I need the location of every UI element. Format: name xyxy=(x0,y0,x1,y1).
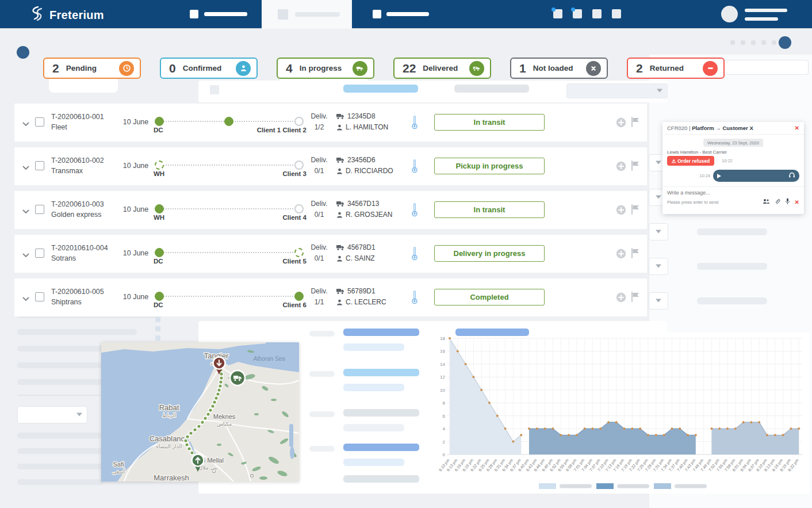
flag-icon[interactable] xyxy=(631,292,640,304)
user-menu-line-1[interactable] xyxy=(745,9,787,12)
top-navbar: Freterium xyxy=(0,0,812,29)
nav-item-3-icon[interactable] xyxy=(373,10,381,18)
thermometer-icon[interactable] xyxy=(411,203,418,219)
play-icon[interactable] xyxy=(717,174,721,178)
left-placeholder-line xyxy=(17,362,115,368)
badge-delivered[interactable]: 22Delivered xyxy=(393,58,491,79)
status-button[interactable]: Pickup in progress xyxy=(434,158,545,174)
timeline-origin-node xyxy=(155,248,164,257)
toolbar-icon[interactable] xyxy=(210,85,219,94)
chevron-down-icon xyxy=(657,89,662,93)
badge-returned[interactable]: 2Returned xyxy=(627,58,725,79)
mini-square[interactable] xyxy=(730,40,735,45)
badge-count: 4 xyxy=(286,62,293,75)
truck-icon xyxy=(336,113,344,120)
chevron-down-icon[interactable] xyxy=(22,162,29,169)
thermometer-icon[interactable] xyxy=(411,291,418,307)
right-mini-dropdown[interactable] xyxy=(649,258,668,275)
plus-circle-icon[interactable] xyxy=(616,205,626,217)
mini-square[interactable] xyxy=(772,40,776,45)
mic-icon[interactable] xyxy=(785,198,790,206)
deliv-label: Deliv. xyxy=(305,286,333,297)
plus-circle-icon[interactable] xyxy=(616,117,626,130)
right-indicator-dot xyxy=(779,36,791,49)
status-button[interactable]: Completed xyxy=(434,289,545,305)
vehicle-id: 23456D6 xyxy=(347,155,376,166)
nav-toolbar-icon-3[interactable] xyxy=(592,9,602,18)
thermometer-icon[interactable] xyxy=(411,116,418,132)
nav-tab-active[interactable] xyxy=(262,0,352,29)
row-checkbox[interactable] xyxy=(35,292,44,301)
chevron-down-icon[interactable] xyxy=(22,119,29,125)
chat-popup: CFR020 | Platform → Customer X ✕ Wednesd… xyxy=(662,122,804,214)
message-input[interactable] xyxy=(667,190,799,196)
badge-not-loaded[interactable]: 1Not loaded xyxy=(510,58,608,79)
chevron-down-icon[interactable] xyxy=(22,250,29,257)
plus-circle-icon[interactable] xyxy=(616,292,626,305)
deliv-value: 0/1 xyxy=(305,253,333,264)
status-button[interactable]: In transit xyxy=(434,201,545,218)
right-mini-dropdown[interactable] xyxy=(649,292,668,310)
nav-item-1-icon[interactable] xyxy=(190,10,198,18)
paperclip-icon[interactable] xyxy=(775,198,780,206)
nav-toolbar-icon-4[interactable] xyxy=(612,9,621,18)
chat-separator: | xyxy=(689,125,690,131)
row-checkbox[interactable] xyxy=(35,249,44,258)
table-toolbar xyxy=(198,81,667,102)
timeline-destination-node xyxy=(294,292,304,301)
right-placeholder-line xyxy=(697,263,767,270)
brand-logo[interactable]: Freterium xyxy=(30,6,104,24)
badge-pending[interactable]: 2Pending xyxy=(43,58,141,79)
mini-square[interactable] xyxy=(751,40,756,45)
close-icon[interactable]: ✕ xyxy=(795,125,799,131)
route-timeline: DC Client 1 Client 2 xyxy=(152,104,307,142)
chevron-down-icon[interactable] xyxy=(22,293,29,300)
user-menu-line-2[interactable] xyxy=(745,17,778,21)
timeline-destination-node xyxy=(294,161,304,170)
cancel-icon[interactable]: ✕ xyxy=(795,199,799,205)
badge-count: 2 xyxy=(636,62,643,75)
row-checkbox[interactable] xyxy=(35,161,44,170)
left-dropdown[interactable] xyxy=(17,406,87,423)
mini-square[interactable] xyxy=(741,40,745,45)
chevron-down-icon[interactable] xyxy=(22,206,29,213)
vehicle-id: 12345D8 xyxy=(347,111,376,122)
badge-confirmed[interactable]: 0Confirmed xyxy=(160,58,258,79)
avatar[interactable] xyxy=(721,6,738,22)
group-icon[interactable] xyxy=(763,198,770,205)
flag-icon[interactable] xyxy=(631,248,640,261)
flag-icon[interactable] xyxy=(631,204,640,217)
thermometer-icon[interactable] xyxy=(411,159,418,175)
toolbar-chip-blue xyxy=(343,85,418,93)
route-map[interactable]: TangierطنجةRabatالرباطMeknesمكناسCasabla… xyxy=(101,342,299,482)
nav-item-3-label[interactable] xyxy=(386,12,429,16)
audio-message-bubble[interactable] xyxy=(713,170,799,182)
badge-label: Pending xyxy=(66,64,97,72)
plus-circle-icon[interactable] xyxy=(616,249,626,261)
flag-icon[interactable] xyxy=(631,161,640,173)
row-checkbox[interactable] xyxy=(35,117,44,127)
badge-in-progress[interactable]: 4In progress xyxy=(277,58,374,79)
destination-label: Client 4 xyxy=(282,214,307,221)
right-mini-dropdown[interactable] xyxy=(649,223,668,240)
status-button[interactable]: In transit xyxy=(434,114,545,131)
timeline-origin-node xyxy=(155,161,164,170)
row-checkbox[interactable] xyxy=(35,205,44,214)
clock-icon xyxy=(119,61,134,76)
y-tick-label: 4 xyxy=(443,426,446,431)
mini-square[interactable] xyxy=(761,40,766,45)
driver-name: C. SAINZ xyxy=(346,253,375,264)
vehicle-id: 56789D1 xyxy=(347,286,376,297)
map-label-arabic: مكناس xyxy=(217,421,232,427)
map-label: Casablanca xyxy=(150,434,189,443)
truck-badge[interactable] xyxy=(230,371,245,385)
truck-icon xyxy=(336,157,344,163)
timeline-mid-node xyxy=(224,117,233,126)
thermometer-icon[interactable] xyxy=(411,247,418,263)
flag-icon[interactable] xyxy=(631,117,640,129)
plus-circle-icon[interactable] xyxy=(616,161,626,174)
nav-item-1-label[interactable] xyxy=(204,12,247,16)
status-button[interactable]: Delivery in progress xyxy=(434,245,545,262)
message-time: 10:22 xyxy=(722,158,733,163)
toolbar-dropdown[interactable] xyxy=(566,83,668,98)
